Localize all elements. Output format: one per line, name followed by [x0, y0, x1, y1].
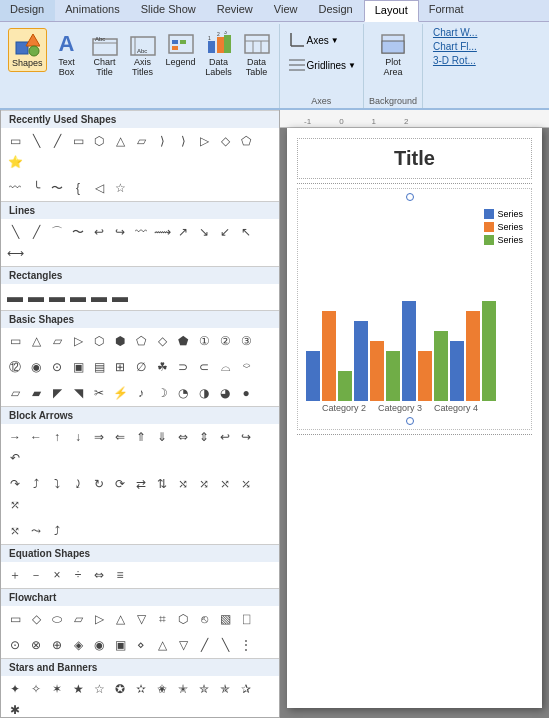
fc-13[interactable]: ⋮	[236, 635, 256, 655]
shape-pent[interactable]: ⬠	[236, 131, 256, 151]
basic-hex2[interactable]: ⬢	[110, 331, 130, 351]
shape-diamond[interactable]: ◇	[215, 131, 235, 151]
chart-floor-item[interactable]: Chart Fl...	[429, 40, 481, 53]
line-fwd[interactable]: ╱	[26, 222, 46, 242]
fc-dec[interactable]: ◇	[26, 609, 46, 629]
ba-dd[interactable]: ⇓	[152, 427, 172, 447]
ba-r[interactable]: →	[5, 427, 25, 447]
shape-rect[interactable]: ▭	[5, 131, 25, 151]
shapes-button[interactable]: Shapes	[8, 28, 47, 72]
fc-term[interactable]: ⬭	[47, 609, 67, 629]
shape-line1[interactable]: ╲	[26, 131, 46, 151]
shape-arr2[interactable]: ⟩	[173, 131, 193, 151]
star-7[interactable]: ✫	[131, 679, 151, 699]
shape-line2[interactable]: ╱	[47, 131, 67, 151]
fc-5[interactable]: ◈	[68, 635, 88, 655]
line-straight[interactable]: ╲	[5, 222, 25, 242]
shape-para[interactable]: ▱	[131, 131, 151, 151]
star-filled[interactable]: ★	[68, 679, 88, 699]
tab-slideshow[interactable]: Slide Show	[131, 0, 207, 21]
basic-clover[interactable]: ☘	[152, 357, 172, 377]
fc-proc[interactable]: ▭	[5, 609, 25, 629]
legend-button[interactable]: Legend	[163, 28, 199, 70]
fc-12[interactable]: ╲	[215, 635, 235, 655]
tab-animations[interactable]: Animations	[55, 0, 130, 21]
ba-ex1[interactable]: ⇄	[131, 474, 151, 494]
basic-pr[interactable]: ▰	[26, 383, 46, 403]
shape-hex[interactable]: ⬡	[89, 131, 109, 151]
basic-hex[interactable]: ⬡	[89, 331, 109, 351]
basic-tri[interactable]: △	[26, 331, 46, 351]
line-dbl[interactable]: ⟷	[5, 243, 25, 263]
line-zigzag[interactable]: 〰	[131, 222, 151, 242]
fc-4[interactable]: ⊕	[47, 635, 67, 655]
tab-format[interactable]: Format	[419, 0, 475, 21]
shape-star[interactable]: ⭐	[5, 152, 25, 172]
ba-ex3[interactable]: ⤭	[173, 474, 193, 494]
ba-rr[interactable]: ⇒	[89, 427, 109, 447]
shape-leftarr[interactable]: ◁	[89, 178, 109, 198]
shape-squiggle[interactable]: 〜	[47, 178, 67, 198]
fc-pred[interactable]: ▷	[89, 609, 109, 629]
basic-c1[interactable]: ①	[194, 331, 214, 351]
ba-l[interactable]: ←	[26, 427, 46, 447]
line-arr1[interactable]: ↩	[89, 222, 109, 242]
ba-ex4[interactable]: ⤮	[194, 474, 214, 494]
fc-end[interactable]: ⎋	[194, 609, 214, 629]
shape-wave[interactable]: 〰	[5, 178, 25, 198]
axistitle-button[interactable]: Abc AxisTitles	[125, 28, 161, 80]
tab-design[interactable]: Design	[0, 0, 55, 21]
fc-8[interactable]: ⋄	[131, 635, 151, 655]
datalabels-button[interactable]: 123 DataLabels	[201, 28, 237, 80]
basic-pent[interactable]: ⬟	[173, 331, 193, 351]
fc-multi[interactable]: ⌗	[152, 609, 172, 629]
ba-cw[interactable]: ↻	[89, 474, 109, 494]
ba-sw[interactable]: ⤸	[68, 474, 88, 494]
fc-sort[interactable]: ▧	[215, 609, 235, 629]
line-se[interactable]: ↘	[194, 222, 214, 242]
ba-lr[interactable]: ⇔	[173, 427, 193, 447]
shape-tri[interactable]: △	[110, 131, 130, 151]
axes-button[interactable]: Axes ▼	[284, 28, 354, 52]
basic-tq[interactable]: ◕	[215, 383, 235, 403]
basic-sub[interactable]: ⊂	[194, 357, 214, 377]
slide-content[interactable]: Title	[287, 128, 542, 708]
textbox-button[interactable]: A TextBox	[49, 28, 85, 80]
handle-top-center[interactable]	[406, 193, 414, 201]
tab-design2[interactable]: Design	[308, 0, 363, 21]
chart-container[interactable]: Series Series Series Categor	[297, 188, 532, 430]
shape-star2[interactable]: ☆	[110, 178, 130, 198]
basic-hc[interactable]: ◑	[194, 383, 214, 403]
basic-can[interactable]: ⌔	[236, 357, 256, 377]
rect-3[interactable]: ▬	[47, 287, 67, 307]
tab-review[interactable]: Review	[207, 0, 264, 21]
ba-u[interactable]: ↑	[47, 427, 67, 447]
line-wave[interactable]: ⟿	[152, 222, 172, 242]
basic-para[interactable]: ▱	[47, 331, 67, 351]
star-9[interactable]: ✭	[173, 679, 193, 699]
basic-ring[interactable]: ◉	[26, 357, 46, 377]
star-circ[interactable]: ✪	[110, 679, 130, 699]
basic-lt[interactable]: ⚡	[110, 383, 130, 403]
ba-d[interactable]: ↓	[68, 427, 88, 447]
ba-ex5[interactable]: ⤯	[215, 474, 235, 494]
line-nw[interactable]: ↖	[236, 222, 256, 242]
chart-title[interactable]: Title	[297, 138, 532, 179]
line-arr2[interactable]: ↪	[110, 222, 130, 242]
basic-no[interactable]: ∅	[131, 357, 151, 377]
ba-ex2[interactable]: ⇅	[152, 474, 172, 494]
shape-brace[interactable]: {	[68, 178, 88, 198]
ba-cd[interactable]: ⤵	[47, 474, 67, 494]
3d-rotation-item[interactable]: 3-D Rot...	[429, 54, 481, 67]
basic-bull[interactable]: ⊙	[47, 357, 67, 377]
basic-tl[interactable]: ◤	[47, 383, 67, 403]
fc-man[interactable]: △	[110, 609, 130, 629]
rect-6[interactable]: ▬	[110, 287, 130, 307]
shape-curve[interactable]: ╰	[26, 178, 46, 198]
ba-br[interactable]: ↩	[215, 427, 235, 447]
ba-ccw[interactable]: ⟳	[110, 474, 130, 494]
ba-ex8[interactable]: ⤲	[5, 521, 25, 541]
eq-eq[interactable]: ⇔	[89, 565, 109, 585]
fc-3[interactable]: ⊗	[26, 635, 46, 655]
basic-sq[interactable]: ▣	[68, 357, 88, 377]
